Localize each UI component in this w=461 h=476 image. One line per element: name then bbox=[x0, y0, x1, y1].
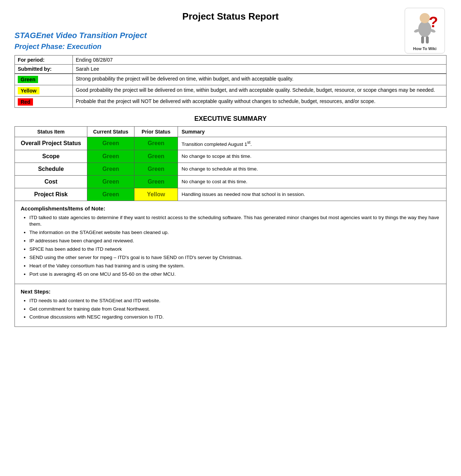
table-row: Overall Project StatusGreenGreenTransiti… bbox=[15, 137, 447, 150]
list-item: Heart of the Valley consortium has had t… bbox=[29, 263, 440, 270]
next-steps-section: Next Steps: ITD needs to add content to … bbox=[14, 284, 447, 327]
yellow-badge: Yellow bbox=[18, 87, 40, 94]
submitted-label: Submitted by: bbox=[15, 65, 73, 74]
next-steps-list: ITD needs to add content to the STAGEnet… bbox=[29, 298, 440, 321]
summary-table: Status Item Current Status Prior Status … bbox=[14, 126, 447, 201]
svg-rect-6 bbox=[426, 36, 429, 44]
prior-status-cell: Green bbox=[134, 137, 178, 150]
submitted-value: Sarah Lee bbox=[73, 65, 447, 74]
table-row: CostGreenGreenNo change to cost at this … bbox=[15, 175, 447, 188]
status-item-cell: Cost bbox=[15, 175, 87, 188]
prior-status-cell: Green bbox=[134, 163, 178, 175]
legend-yellow-cell: Yellow bbox=[15, 85, 73, 97]
legend-red-cell: Red bbox=[15, 97, 73, 108]
legend-yellow-desc: Good probability the project will be del… bbox=[73, 85, 447, 97]
list-item: Get commitment for training date from Gr… bbox=[29, 306, 440, 313]
col-status-item: Status Item bbox=[15, 127, 87, 137]
main-title: Project Status Report bbox=[182, 11, 279, 22]
period-label: For period: bbox=[15, 56, 73, 65]
current-status-cell: Green bbox=[87, 175, 134, 188]
status-item-cell: Scope bbox=[15, 150, 87, 163]
red-badge: Red bbox=[18, 98, 33, 106]
status-item-cell: Project Risk bbox=[15, 188, 87, 201]
green-badge: Green bbox=[18, 76, 38, 83]
prior-status-cell: Green bbox=[134, 150, 178, 163]
svg-rect-5 bbox=[421, 36, 424, 44]
list-item: SPICE has been added to the ITD network bbox=[29, 246, 440, 253]
summary-header-row: Status Item Current Status Prior Status … bbox=[15, 127, 447, 137]
current-status-cell: Green bbox=[87, 188, 134, 201]
col-current-status: Current Status bbox=[87, 127, 134, 137]
prior-status-cell: Yellow bbox=[134, 188, 178, 201]
svg-point-2 bbox=[420, 13, 430, 23]
accomplishments-list: ITD talked to state agencies to determin… bbox=[29, 214, 440, 278]
legend-green-row: Green Strong probability the project wil… bbox=[15, 74, 447, 85]
current-status-cell: Green bbox=[87, 150, 134, 163]
period-value: Ending 08/28/07 bbox=[73, 56, 447, 65]
executive-summary-title: EXECUTIVE SUMMARY bbox=[14, 115, 447, 123]
accomplishments-title: Accomplishments/Items of Note: bbox=[21, 205, 440, 212]
info-table: For period: Ending 08/28/07 Submitted by… bbox=[14, 55, 447, 74]
legend-green-desc: Strong probability the project will be d… bbox=[73, 74, 447, 85]
how-to-wiki-logo: ? How To Wiki bbox=[403, 7, 447, 56]
list-item: IP addresses have been changed and revie… bbox=[29, 238, 440, 245]
svg-text:How To Wiki: How To Wiki bbox=[413, 46, 436, 51]
table-row: Project RiskGreenYellowHandling issues a… bbox=[15, 188, 447, 201]
table-row: ScopeGreenGreenNo change to scope at thi… bbox=[15, 150, 447, 163]
list-item: Port use is averaging 45 on one MCU and … bbox=[29, 271, 440, 278]
legend-green-cell: Green bbox=[15, 74, 73, 85]
info-row-period: For period: Ending 08/28/07 bbox=[15, 56, 447, 65]
list-item: ITD needs to add content to the STAGEnet… bbox=[29, 298, 440, 304]
header-area: Project Status Report ? How To Wiki bbox=[14, 11, 447, 27]
prior-status-cell: Green bbox=[134, 175, 178, 188]
notes-cell: Transition completed August 1st. bbox=[178, 137, 447, 150]
list-item: The information on the STAGEnet website … bbox=[29, 229, 440, 236]
list-item: ITD talked to state agencies to determin… bbox=[29, 214, 440, 228]
notes-cell: No change to scope at this time. bbox=[178, 150, 447, 163]
notes-cell: No change to cost at this time. bbox=[178, 175, 447, 188]
project-name: STAGEnet Video Transition Project bbox=[14, 31, 447, 40]
current-status-cell: Green bbox=[87, 163, 134, 175]
col-prior-status: Prior Status bbox=[134, 127, 178, 137]
legend-red-row: Red Probable that the project will NOT b… bbox=[15, 97, 447, 108]
accomplishments-section: Accomplishments/Items of Note: ITD talke… bbox=[14, 201, 447, 284]
logo-svg: ? How To Wiki bbox=[404, 7, 446, 54]
svg-text:?: ? bbox=[429, 13, 438, 30]
status-item-cell: Schedule bbox=[15, 163, 87, 175]
project-phase: Project Phase: Execution bbox=[14, 42, 447, 51]
status-item-cell: Overall Project Status bbox=[15, 137, 87, 150]
notes-cell: No change to schedule at this time. bbox=[178, 163, 447, 175]
next-steps-title: Next Steps: bbox=[21, 288, 440, 295]
info-row-submitted: Submitted by: Sarah Lee bbox=[15, 65, 447, 74]
col-summary: Summary bbox=[178, 127, 447, 137]
table-row: ScheduleGreenGreenNo change to schedule … bbox=[15, 163, 447, 175]
list-item: Continue discussions with NESC regarding… bbox=[29, 314, 440, 321]
list-item: SEND using the other server for mpeg – I… bbox=[29, 254, 440, 261]
current-status-cell: Green bbox=[87, 137, 134, 150]
legend-red-desc: Probable that the project will NOT be de… bbox=[73, 97, 447, 108]
status-legend: Green Strong probability the project wil… bbox=[14, 74, 447, 108]
legend-yellow-row: Yellow Good probability the project will… bbox=[15, 85, 447, 97]
notes-cell: Handling issues as needed now that schoo… bbox=[178, 188, 447, 201]
